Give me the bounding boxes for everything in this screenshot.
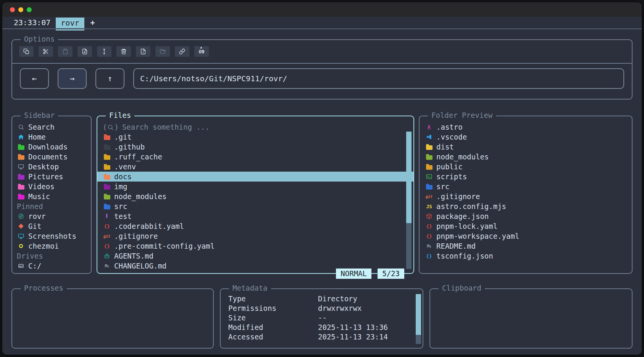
metadata-scrollbar[interactable]: [416, 294, 421, 344]
sidebar-item-chezmoi[interactable]: chezmoi: [12, 241, 91, 251]
home-icon: [17, 134, 25, 140]
ring-icon: [17, 243, 25, 249]
sidebar-item-pictures[interactable]: Pictures: [12, 172, 91, 182]
copy-button[interactable]: [19, 46, 34, 57]
item-label: tsconfig.json: [436, 252, 493, 260]
sidebar-item-home[interactable]: Home: [12, 132, 91, 142]
file-row-coderabbit-yaml[interactable]: {}.coderabbit.yaml: [97, 221, 413, 231]
scissors-icon: [42, 48, 50, 55]
new-file-button[interactable]: [77, 46, 92, 57]
archive-button[interactable]: [136, 46, 150, 57]
metadata-scrollbar-track[interactable]: [416, 335, 421, 344]
file-search-input[interactable]: () Search something ...: [97, 122, 413, 132]
item-label: Pictures: [28, 172, 63, 181]
file-row-agents-md[interactable]: AGENTS.md: [97, 251, 413, 261]
file-row-test[interactable]: test: [97, 211, 413, 221]
terminal-window: 23:33:07 rovr + Options ▴09 ← → ↑ C:/Use…: [2, 2, 642, 355]
middle-row: Sidebar SearchHomeDownloadsDocumentsDesk…: [11, 116, 633, 274]
file-row-img[interactable]: img: [97, 182, 413, 191]
maximize-button[interactable]: [27, 7, 32, 12]
metadata-scrollbar-thumb[interactable]: [416, 294, 421, 335]
file-row-pre-commit-config-yaml[interactable]: {}.pre-commit-config.yaml: [97, 241, 413, 251]
metadata-value: 2025-11-13 13:36: [318, 323, 388, 331]
metadata-panel: Metadata TypeDirectoryPermissionsdrwxrwx…: [220, 288, 423, 349]
item-label: img: [114, 182, 127, 191]
item-label: .venv: [114, 162, 136, 171]
sidebar-item-c[interactable]: C:/: [12, 261, 91, 271]
gitword-icon: git: [103, 234, 111, 238]
paste-button[interactable]: [58, 46, 73, 57]
sidebar-item-videos[interactable]: Videos: [12, 182, 91, 191]
files-scrollbar-thumb[interactable]: [406, 132, 412, 223]
forward-button[interactable]: →: [58, 68, 87, 89]
mode-badge: NORMAL: [336, 269, 371, 279]
file-row-github[interactable]: .github: [97, 142, 413, 152]
sidebar-section-pinned: Pinned: [12, 201, 91, 211]
preview-item-package-json: package.json: [420, 211, 632, 221]
metadata-label: Permissions: [228, 304, 318, 312]
preview-item-dist: dist: [420, 142, 632, 152]
file-row-ruff-cache[interactable]: .ruff_cache: [97, 152, 413, 162]
copy-icon: [22, 48, 31, 55]
folder-icon: [17, 154, 25, 160]
item-label: Videos: [28, 182, 55, 191]
file-row-gitignore[interactable]: git.gitignore: [97, 231, 413, 241]
sidebar-item-rovr[interactable]: rovr: [12, 211, 91, 221]
files-scrollbar[interactable]: [406, 132, 412, 269]
monitor-icon: [17, 164, 25, 170]
up-button[interactable]: ↑: [95, 68, 124, 89]
file-row-src[interactable]: src: [97, 201, 413, 211]
folder-icon: [17, 174, 25, 180]
preview-item-pnpm-workspace-yaml: {}pnpm-workspace.yaml: [420, 231, 632, 241]
item-label: .vscode: [436, 133, 467, 141]
folder-icon: [17, 144, 25, 150]
cut-button[interactable]: [39, 46, 53, 57]
delete-button[interactable]: [116, 46, 131, 57]
item-label: README.md: [436, 242, 476, 250]
item-label: .gitignore: [436, 192, 480, 201]
minimize-button[interactable]: [18, 7, 23, 12]
sort-button[interactable]: ▴09: [194, 46, 209, 57]
item-label: Screenshots: [28, 232, 76, 240]
tab-rovr[interactable]: rovr: [56, 18, 84, 28]
open-button[interactable]: [155, 46, 170, 57]
clipboard-icon: [61, 48, 69, 55]
folder-icon: [103, 154, 111, 160]
link-icon: [178, 48, 186, 55]
sidebar-item-git[interactable]: Git: [12, 221, 91, 231]
folder-open-icon: [158, 48, 167, 55]
sidebar-item-screenshots[interactable]: Screenshots: [12, 231, 91, 241]
sidebar-item-documents[interactable]: Documents: [12, 152, 91, 162]
new-tab-button[interactable]: +: [90, 18, 95, 27]
sidebar-item-music[interactable]: Music: [12, 191, 91, 201]
metadata-row-type: TypeDirectory: [228, 294, 423, 303]
sidebar-item-downloads[interactable]: Downloads: [12, 142, 91, 152]
nav-row: ← → ↑ C:/Users/notso/Git/NSPC911/rovr/: [12, 64, 632, 89]
link-button[interactable]: [175, 46, 189, 57]
preview-item-src: src: [420, 182, 632, 191]
js-icon: JS: [425, 204, 433, 209]
file-row-node-modules[interactable]: node_modules: [97, 191, 413, 201]
item-label: Search: [28, 123, 55, 131]
item-label: .ruff_cache: [114, 153, 162, 161]
back-button[interactable]: ←: [20, 68, 49, 89]
item-label: chezmoi: [28, 242, 59, 250]
path-input[interactable]: C:/Users/notso/Git/NSPC911/rovr/: [133, 68, 624, 89]
file-row-venv[interactable]: .venv: [97, 162, 413, 172]
sidebar-item-desktop[interactable]: Desktop: [12, 162, 91, 172]
sidebar-item-search[interactable]: Search: [12, 122, 91, 132]
files-list-wrap: () Search something ... .git.github.ruff…: [97, 116, 413, 271]
item-label: scripts: [436, 172, 467, 181]
preview-item-pnpm-lock-yaml: {}pnpm-lock.yaml: [420, 221, 632, 231]
folder-icon: [103, 164, 111, 170]
close-button[interactable]: [10, 7, 15, 12]
content: Options ▴09 ← → ↑ C:/Users/notso/Git/NSP…: [2, 29, 642, 349]
clipboard-title: Clipboard: [439, 284, 485, 292]
folder-icon: [103, 194, 111, 199]
trash-icon: [119, 48, 128, 55]
sidebar-section-drives: Drives: [12, 251, 91, 261]
rename-button[interactable]: [97, 46, 111, 57]
file-row-git[interactable]: .git: [97, 132, 413, 142]
files-scrollbar-track[interactable]: [406, 223, 412, 269]
file-row-docs[interactable]: docs: [97, 172, 413, 182]
